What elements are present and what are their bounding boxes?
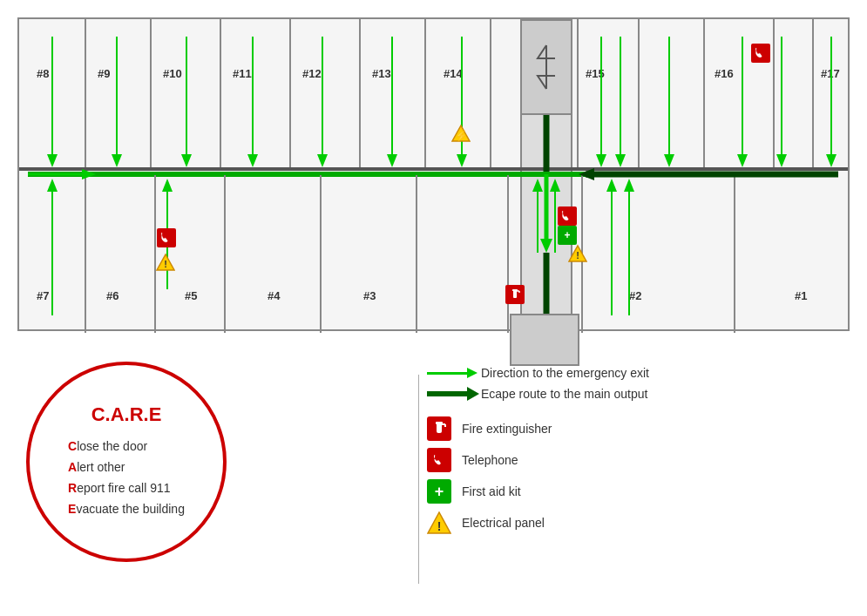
- exit-box-bottom: [510, 314, 579, 366]
- legend-elec-icon: !: [427, 511, 451, 535]
- room-label-14: #14: [444, 67, 463, 80]
- legend-fire-ext-icon: [427, 416, 451, 441]
- care-title: C.A.R.E: [91, 403, 162, 426]
- room-div-bot: [734, 175, 735, 333]
- corridor-divider: [19, 167, 848, 171]
- legend-fire-ext-row: Fire extinguisher: [427, 416, 854, 441]
- floor-outline: #8 #9 #10 #11 #12 #13 #14 #15 #16 #17 #7…: [17, 17, 850, 331]
- legend-thick-arrow: [427, 391, 471, 396]
- svg-marker-15: [457, 154, 467, 167]
- legend-elec-row: ! Electrical panel: [427, 511, 854, 535]
- svg-marker-3: [47, 154, 58, 167]
- legend-fire-ext-label: Fire extinguisher: [462, 422, 552, 436]
- svg-marker-9: [247, 154, 258, 167]
- room-label-9: #9: [98, 67, 110, 80]
- room-label-17: #17: [821, 67, 840, 80]
- room-div: [289, 19, 291, 167]
- room-label-6: #6: [106, 289, 119, 302]
- svg-marker-21: [664, 154, 674, 167]
- room-label-13: #13: [372, 67, 391, 80]
- svg-rect-49: [513, 290, 517, 298]
- svg-marker-36: [47, 179, 58, 192]
- legend-section: Direction to the emergency exit Ecape ro…: [427, 366, 854, 542]
- room-label-16: #16: [715, 67, 734, 80]
- room-label-12: #12: [302, 67, 322, 80]
- svg-text:!: !: [164, 259, 167, 269]
- care-circle: C.A.R.E Close the door Alert other Repor…: [26, 362, 227, 562]
- room-div: [85, 19, 86, 167]
- phone-icon-center: [558, 206, 577, 226]
- elevator-box: [520, 19, 572, 115]
- warning-icon-center: !: [568, 244, 587, 263]
- svg-marker-46: [624, 179, 634, 192]
- escape-route-h: [28, 172, 830, 177]
- legend-thin-arrow-row: Direction to the emergency exit: [427, 366, 854, 380]
- room-div: [490, 19, 491, 167]
- svg-marker-19: [615, 154, 626, 167]
- legend-thick-arrow-label: Ecape route to the main output: [481, 387, 647, 401]
- room-div: [577, 19, 579, 167]
- room-label-1: #1: [795, 289, 807, 302]
- legend-phone-row: Telephone: [427, 448, 854, 472]
- legend-phone-label: Telephone: [462, 453, 518, 467]
- room-label-5: #5: [185, 289, 197, 302]
- room-label-8: #8: [37, 67, 49, 80]
- phone-icon-16: [751, 44, 770, 63]
- room-div: [424, 19, 426, 167]
- warning-icon-14: ⚡: [451, 124, 471, 143]
- room-div: [220, 19, 221, 167]
- room-label-4: #4: [268, 289, 280, 302]
- svg-text:!: !: [576, 250, 579, 261]
- svg-marker-44: [606, 179, 617, 192]
- room-div-bot: [320, 175, 322, 333]
- svg-marker-23: [737, 154, 748, 167]
- room-label-15: #15: [586, 67, 605, 80]
- svg-marker-17: [596, 154, 606, 167]
- room-label-3: #3: [363, 289, 376, 302]
- room-label-2: #2: [629, 289, 641, 302]
- section-divider: [418, 375, 419, 584]
- fire-ext-icon-3: [505, 285, 525, 304]
- svg-marker-11: [317, 154, 328, 167]
- warning-icon-6: !: [156, 253, 175, 272]
- legend-thin-arrow-label: Direction to the emergency exit: [481, 366, 649, 380]
- room-div: [150, 19, 152, 167]
- room-div-bot: [507, 175, 509, 333]
- legend-thin-arrow: [427, 372, 471, 375]
- room-label-10: #10: [163, 67, 182, 80]
- svg-marker-27: [826, 154, 837, 167]
- floorplan: #8 #9 #10 #11 #12 #13 #14 #15 #16 #17 #7…: [17, 17, 850, 366]
- svg-text:⚡: ⚡: [455, 129, 468, 142]
- room-div-bot: [416, 175, 417, 333]
- phone-icon-6: [157, 228, 176, 247]
- svg-text:!: !: [437, 519, 442, 533]
- room-label-7: #7: [37, 289, 49, 302]
- room-div: [773, 19, 775, 167]
- legend-firstaid-row: + First aid kit: [427, 479, 854, 504]
- svg-marker-7: [181, 154, 192, 167]
- room-div: [703, 19, 705, 167]
- svg-marker-13: [387, 154, 397, 167]
- legend-elec-label: Electrical panel: [462, 516, 545, 530]
- svg-marker-5: [112, 154, 122, 167]
- svg-marker-25: [776, 154, 787, 167]
- care-lines: Close the door Alert other Report fire c…: [68, 437, 185, 519]
- firstaid-icon-center: +: [558, 226, 577, 245]
- room-div: [812, 19, 814, 167]
- legend-thick-arrow-row: Ecape route to the main output: [427, 387, 854, 401]
- room-div-bot: [224, 175, 226, 333]
- room-div: [359, 19, 361, 167]
- legend-phone-icon: [427, 448, 451, 472]
- svg-marker-38: [162, 179, 173, 192]
- legend-firstaid-icon: +: [427, 479, 451, 504]
- room-div: [638, 19, 640, 167]
- legend-firstaid-label: First aid kit: [462, 484, 521, 498]
- svg-rect-60: [436, 422, 443, 424]
- room-div-bot: [85, 175, 86, 333]
- room-label-11: #11: [233, 67, 252, 80]
